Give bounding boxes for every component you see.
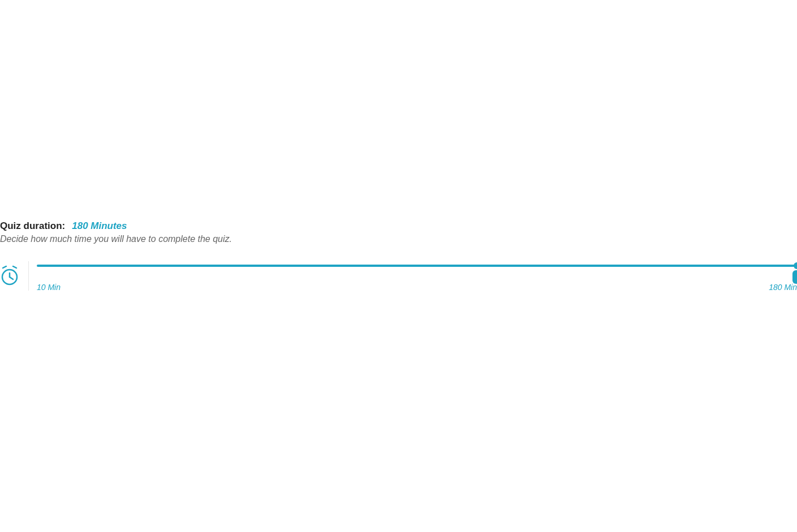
duration-slider-row: 10 Min 180 Min: [0, 260, 797, 292]
slider-thumb[interactable]: [794, 262, 797, 269]
slider-labels: 10 Min 180 Min: [37, 283, 797, 292]
svg-line-1: [13, 266, 16, 268]
duration-label-row: Quiz duration: 180 Minutes: [0, 220, 797, 232]
divider: [28, 261, 29, 291]
duration-value: 180 Minutes: [72, 220, 127, 232]
clock-icon: [0, 266, 20, 286]
duration-slider[interactable]: 10 Min 180 Min: [37, 260, 797, 292]
quiz-duration-section: Quiz duration: 180 Minutes Decide how mu…: [0, 220, 797, 292]
svg-line-4: [10, 277, 13, 279]
svg-line-0: [3, 266, 6, 268]
duration-label: Quiz duration:: [0, 220, 65, 232]
slider-track: [37, 265, 797, 267]
slider-max-label: 180 Min: [769, 283, 797, 292]
slider-marker: [792, 270, 797, 284]
slider-min-label: 10 Min: [37, 283, 61, 292]
duration-description: Decide how much time you will have to co…: [0, 234, 797, 244]
